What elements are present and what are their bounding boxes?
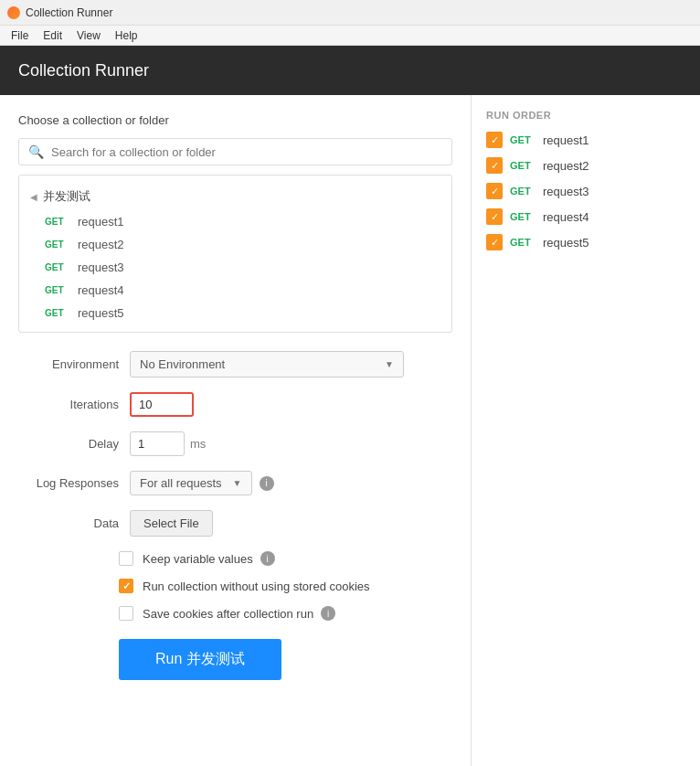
delay-row: Delay ms bbox=[18, 431, 452, 456]
save-cookies-info-icon[interactable]: i bbox=[321, 606, 335, 621]
log-responses-row: Log Responses For all requests ▼ i bbox=[18, 471, 452, 495]
method-badge: GET bbox=[45, 308, 70, 318]
search-input[interactable] bbox=[51, 145, 442, 159]
chevron-down-icon: ▼ bbox=[385, 359, 394, 369]
folder-arrow-icon: ◀ bbox=[30, 192, 37, 202]
log-responses-dropdown[interactable]: For all requests ▼ bbox=[130, 471, 252, 495]
menubar: File Edit View Help bbox=[0, 26, 700, 46]
keep-variable-row: Keep variable values i bbox=[18, 551, 452, 566]
run-order-item: ✓ GET request3 bbox=[486, 183, 685, 199]
run-button[interactable]: Run 并发测试 bbox=[119, 639, 281, 680]
log-responses-label: Log Responses bbox=[18, 476, 119, 490]
iterations-row: Iterations bbox=[18, 392, 452, 417]
checkmark-icon: ✓ bbox=[491, 237, 499, 249]
log-responses-info-icon[interactable]: i bbox=[260, 476, 274, 491]
keep-variable-label: Keep variable values bbox=[143, 552, 253, 566]
search-container: 🔍 bbox=[18, 138, 452, 165]
run-order-item: ✓ GET request1 bbox=[486, 132, 685, 148]
environment-row: Environment No Environment ▼ bbox=[18, 351, 452, 378]
run-order-method: GET bbox=[510, 211, 536, 222]
list-item[interactable]: GET request3 bbox=[19, 256, 451, 279]
run-order-name: request1 bbox=[543, 133, 589, 147]
request-name: request3 bbox=[78, 261, 124, 274]
method-badge: GET bbox=[45, 262, 70, 272]
run-order-checkbox[interactable]: ✓ bbox=[486, 234, 503, 250]
run-order-checkbox[interactable]: ✓ bbox=[486, 157, 503, 174]
run-order-name: request5 bbox=[543, 236, 589, 250]
run-without-cookies-label: Run collection without using stored cook… bbox=[143, 580, 370, 593]
request-name: request5 bbox=[78, 306, 124, 320]
titlebar: Collection Runner bbox=[0, 0, 700, 26]
chevron-down-icon: ▼ bbox=[233, 478, 242, 488]
keep-variable-info-icon[interactable]: i bbox=[260, 551, 275, 566]
run-order-name: request3 bbox=[543, 185, 589, 198]
menu-view[interactable]: View bbox=[69, 27, 108, 44]
data-row: Data Select File bbox=[18, 510, 452, 537]
run-order-method: GET bbox=[510, 134, 536, 145]
request-name: request1 bbox=[78, 215, 124, 229]
titlebar-title: Collection Runner bbox=[26, 6, 112, 19]
run-order-name: request4 bbox=[543, 210, 589, 224]
run-order-checkbox[interactable]: ✓ bbox=[486, 183, 503, 199]
section-label: Choose a collection or folder bbox=[18, 113, 452, 127]
header-title: Collection Runner bbox=[18, 61, 149, 80]
checkmark-icon: ✓ bbox=[491, 211, 499, 223]
right-panel: RUN ORDER ✓ GET request1 ✓ GET request2 … bbox=[472, 95, 700, 766]
left-panel: Choose a collection or folder 🔍 ◀ 并发测试 G… bbox=[0, 95, 472, 766]
run-order-label: RUN ORDER bbox=[486, 110, 685, 121]
list-item[interactable]: GET request4 bbox=[19, 279, 451, 302]
run-order-item: ✓ GET request2 bbox=[486, 157, 685, 174]
method-badge: GET bbox=[45, 239, 70, 250]
search-icon: 🔍 bbox=[28, 144, 44, 159]
request-name: request4 bbox=[78, 283, 124, 297]
run-order-method: GET bbox=[510, 237, 536, 248]
run-without-cookies-row: ✓ Run collection without using stored co… bbox=[18, 579, 452, 593]
list-item[interactable]: GET request5 bbox=[19, 302, 451, 324]
delay-unit: ms bbox=[190, 437, 206, 451]
checkmark-icon: ✓ bbox=[491, 160, 499, 172]
run-order-item: ✓ GET request4 bbox=[486, 208, 685, 225]
method-badge: GET bbox=[45, 217, 70, 227]
environment-dropdown[interactable]: No Environment ▼ bbox=[130, 351, 404, 378]
run-order-name: request2 bbox=[543, 159, 589, 173]
app-header: Collection Runner bbox=[0, 46, 700, 95]
menu-edit[interactable]: Edit bbox=[36, 27, 69, 44]
run-without-cookies-checkbox[interactable]: ✓ bbox=[119, 579, 133, 593]
menu-file[interactable]: File bbox=[4, 27, 36, 44]
delay-input[interactable] bbox=[130, 431, 185, 456]
save-cookies-checkbox[interactable] bbox=[119, 606, 133, 621]
iterations-label: Iterations bbox=[18, 398, 119, 411]
run-order-checkbox[interactable]: ✓ bbox=[486, 208, 503, 225]
main-content: Choose a collection or folder 🔍 ◀ 并发测试 G… bbox=[0, 95, 700, 766]
checkmark-icon: ✓ bbox=[491, 134, 499, 146]
keep-variable-checkbox[interactable] bbox=[119, 551, 133, 566]
run-order-item: ✓ GET request5 bbox=[486, 234, 685, 250]
environment-label: Environment bbox=[18, 357, 119, 371]
delay-label: Delay bbox=[18, 437, 119, 451]
app-icon bbox=[7, 6, 20, 19]
menu-help[interactable]: Help bbox=[108, 27, 145, 44]
method-badge: GET bbox=[45, 285, 70, 295]
save-cookies-label: Save cookies after collection run bbox=[143, 607, 313, 621]
environment-value: No Environment bbox=[140, 357, 377, 371]
request-name: request2 bbox=[78, 238, 124, 251]
list-item[interactable]: GET request2 bbox=[19, 233, 451, 256]
log-responses-value: For all requests bbox=[140, 476, 222, 490]
collection-tree: ◀ 并发测试 GET request1 GET request2 GET req… bbox=[18, 175, 452, 333]
run-order-checkbox[interactable]: ✓ bbox=[486, 132, 503, 148]
save-cookies-row: Save cookies after collection run i bbox=[18, 606, 452, 621]
iterations-box bbox=[130, 392, 194, 417]
select-file-button[interactable]: Select File bbox=[130, 510, 213, 537]
checkmark-icon: ✓ bbox=[491, 186, 499, 197]
run-button-container: Run 并发测试 bbox=[18, 639, 452, 680]
list-item[interactable]: GET request1 bbox=[19, 210, 451, 233]
collection-folder[interactable]: ◀ 并发测试 bbox=[19, 183, 451, 210]
checkmark-icon: ✓ bbox=[122, 580, 131, 592]
collection-name: 并发测试 bbox=[43, 188, 90, 205]
run-order-method: GET bbox=[510, 186, 536, 197]
data-label: Data bbox=[18, 516, 119, 530]
iterations-input[interactable] bbox=[139, 398, 185, 411]
run-order-method: GET bbox=[510, 160, 536, 171]
